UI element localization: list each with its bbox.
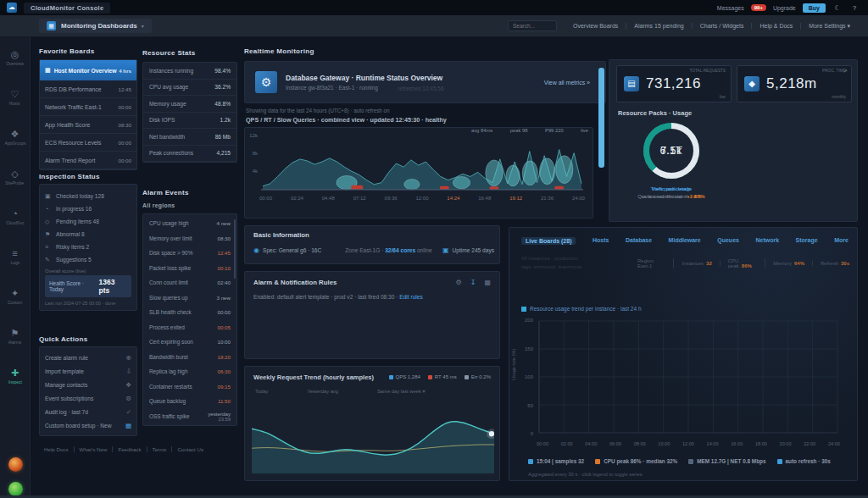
resource-stat-row[interactable]: Memory usage 48.8% <box>143 96 236 113</box>
quick-action-item[interactable]: Custom board setup · New ▦ <box>45 418 131 432</box>
board-list-item[interactable]: ▦ Host Monitor Overview 4 hrs <box>40 60 136 80</box>
quick-action-item[interactable]: Audit log · last 7d ✓ <box>45 405 131 418</box>
health-score-row[interactable]: Health Score · Today 1363 pts <box>45 275 131 297</box>
service-tab[interactable]: Queues <box>717 237 739 245</box>
search-input[interactable] <box>508 20 557 31</box>
legend-item[interactable]: QPS 1,284 <box>389 374 420 379</box>
legend-item[interactable]: Err 0.2% <box>465 374 491 379</box>
sidebar-item[interactable]: ◇ SiteProbe <box>0 157 30 196</box>
inspection-row[interactable]: ▣ Checked today 128 <box>45 190 131 202</box>
filter-segment[interactable]: CPU peak86% <box>721 258 766 268</box>
dark-mode-icon[interactable]: ☾ <box>832 4 843 12</box>
instance-overview-card[interactable]: ⚙ Database Gateway · Runtime Status Over… <box>244 61 606 103</box>
resource-stat-row[interactable]: Disk IOPS 1.2k <box>143 113 236 130</box>
trend-sublabel[interactable]: Today <box>255 389 268 394</box>
header-menu-item[interactable]: Overview Boards <box>565 23 626 29</box>
view-all-metrics-link[interactable]: View all metrics » <box>544 80 590 86</box>
usage-gauge[interactable]: 6.1T Traffic pack usage vs last month to… <box>609 123 733 199</box>
alarm-event-row[interactable]: Cert expiring soon 10:00 <box>143 335 236 350</box>
footer-link[interactable]: Terms <box>147 446 172 452</box>
grid-icon[interactable]: ▦ <box>484 279 491 286</box>
legend-item[interactable]: RT 45 ms <box>428 374 457 379</box>
board-list-item[interactable]: ECS Resource Levels 00:00 <box>40 134 136 152</box>
quick-action-item[interactable]: Event subscriptions ⚙ <box>45 391 131 405</box>
service-tab[interactable]: More <box>834 237 849 245</box>
filter-segment[interactable]: Region East-1 <box>630 258 674 268</box>
board-list-item[interactable]: Alarm Trend Report 00:00 <box>40 152 136 169</box>
metric-card-proctime[interactable]: ◆ 5,218m PROC. TIME monthly ↗ <box>737 65 852 102</box>
filter-segment[interactable]: Memory64% <box>765 261 813 266</box>
service-tab[interactable]: Middleware <box>669 237 701 245</box>
metric-card-requests[interactable]: ▤ 731,216 TOTAL REQUESTS live <box>616 65 732 102</box>
sidebar-item[interactable]: ✚ Inspect <box>0 356 30 396</box>
alert-fire-icon[interactable] <box>8 457 23 472</box>
alarm-event-row[interactable]: CPU usage high 4 new <box>143 216 236 231</box>
trend-sublabel[interactable]: Yesterday avg <box>307 389 338 394</box>
export-icon[interactable]: ↧ <box>470 279 476 286</box>
footer-link[interactable]: Help Docs <box>39 446 74 452</box>
inspection-row[interactable]: ◇ Pending items 48 <box>45 215 131 228</box>
service-tab[interactable]: Live Boards (28) <box>521 237 576 245</box>
weekly-line-chart[interactable] <box>252 402 494 473</box>
alarm-event-row[interactable]: Process exited 00:05 <box>143 320 236 335</box>
edit-rules-link[interactable]: Edit rules <box>399 294 423 300</box>
resource-stat-row[interactable]: CPU avg usage 36.2% <box>143 80 236 97</box>
board-list-item[interactable]: Network Traffic East-1 00:00 <box>40 98 136 116</box>
footer-link[interactable]: Contact Us <box>171 446 209 452</box>
gear-icon[interactable]: ⚙ <box>456 279 462 286</box>
inspection-row[interactable]: ◔ In progress 16 <box>45 202 131 215</box>
alarm-event-row[interactable]: Memory over limit 08:30 <box>143 231 236 246</box>
alarm-event-row[interactable]: Container restarts 09:15 <box>143 379 236 395</box>
alarm-event-row[interactable]: Replica lag high 06:30 <box>143 364 236 379</box>
quick-action-item[interactable]: Create alarm rule ⊕ <box>45 351 131 364</box>
service-tab[interactable]: Network <box>755 237 779 245</box>
inspection-row[interactable]: ⚑ Abnormal 8 <box>45 228 131 241</box>
footer-link[interactable]: Feedback <box>112 446 146 452</box>
sidebar-item[interactable]: ✦ Custom <box>0 276 30 316</box>
traffic-area-chart[interactable] <box>259 132 585 193</box>
usage-stat-item[interactable]: auto refresh · 30s <box>777 458 831 464</box>
board-list-item[interactable]: App Health Score 08:30 <box>40 116 136 134</box>
alarm-event-row[interactable]: Packet loss spike 00:10 <box>143 261 236 276</box>
usage-stat-item[interactable]: CPU peak 86% · median 32% <box>595 458 677 464</box>
filter-segment[interactable]: Instances32 <box>674 261 720 266</box>
sidebar-item[interactable]: ◔ CloudSvc <box>0 196 30 236</box>
resource-stat-row[interactable]: Instances running 98.4% <box>143 63 236 80</box>
alarm-event-row[interactable]: Conn count limit 02:40 <box>143 275 236 290</box>
sidebar-item[interactable]: ◎ Overview <box>0 37 30 77</box>
service-tab[interactable]: Storage <box>796 237 818 245</box>
alarm-event-row[interactable]: SLB health check 00:00 <box>143 305 236 320</box>
inspection-row[interactable]: ✎ Suggestions 5 <box>45 253 131 266</box>
buy-button[interactable]: Buy <box>803 3 826 13</box>
health-leaf-icon[interactable] <box>8 482 23 496</box>
usage-grid-chart[interactable] <box>537 319 840 436</box>
header-menu-item[interactable]: More Settings ▾ <box>800 23 858 30</box>
inspection-row[interactable]: ≡ Risky items 2 <box>45 241 131 253</box>
alarm-event-row[interactable]: Bandwidth burst 18:20 <box>143 350 236 365</box>
usage-stat-item[interactable]: MEM 12.7G | NET 0.8 Mbps <box>688 458 765 464</box>
alarm-list-scrollbar[interactable] <box>234 219 236 279</box>
resource-stat-row[interactable]: Net bandwidth 86 Mb <box>143 129 236 146</box>
footer-link[interactable]: What's New <box>74 446 113 452</box>
sidebar-item[interactable]: ♡ Hosts <box>0 77 30 117</box>
usage-stat-item[interactable]: 15:04 | samples 32 <box>528 458 584 464</box>
messages-link[interactable]: Messages <box>717 5 744 11</box>
trend-sublabel[interactable]: Same day last week ▾ <box>377 389 425 394</box>
alarm-event-row[interactable]: Disk space > 90% 12:45 <box>143 246 236 261</box>
quick-action-item[interactable]: Import template ⇩ <box>45 364 131 378</box>
service-tab[interactable]: Hosts <box>593 237 609 245</box>
alarm-event-row[interactable]: OSS traffic spike yesterday 23:59 <box>143 409 236 424</box>
header-menu-item[interactable]: Alarms 15 pending <box>626 23 691 29</box>
sidebar-item[interactable]: ≡ Logs <box>0 236 30 276</box>
alarm-event-row[interactable]: Slow queries up 3 new <box>143 290 236 306</box>
sidebar-item[interactable]: ❖ AppGroups <box>0 117 30 157</box>
quick-action-item[interactable]: Manage contacts ❖ <box>45 378 131 391</box>
board-list-item[interactable]: RDS DB Performance 12:45 <box>40 80 136 98</box>
service-tab[interactable]: Database <box>626 237 652 245</box>
upgrade-link[interactable]: Upgrade <box>773 5 796 11</box>
filter-segment[interactable]: Refresh30s <box>813 261 857 266</box>
help-icon[interactable]: ? <box>849 4 860 12</box>
alarm-event-row[interactable]: Queue backlog 11:50 <box>143 394 236 409</box>
header-menu-item[interactable]: Charts / Widgets <box>692 23 752 29</box>
gauge-link[interactable]: Traffic pack usage <box>651 186 693 191</box>
